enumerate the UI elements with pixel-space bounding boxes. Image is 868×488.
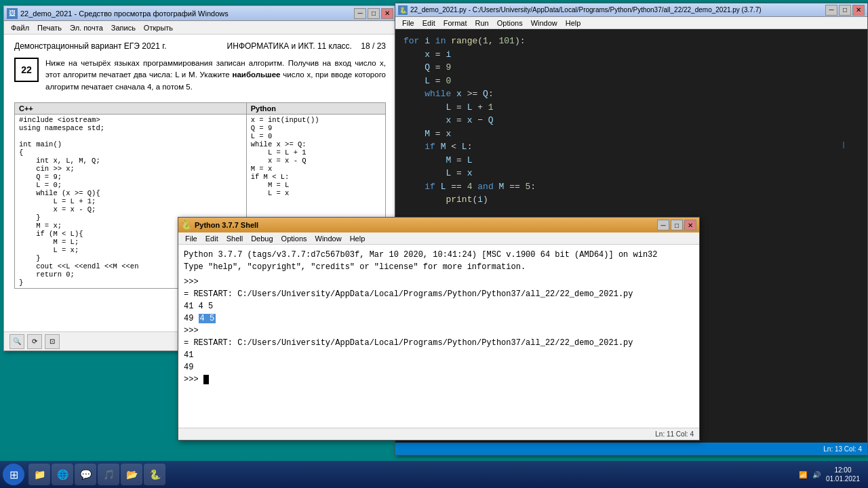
start-button[interactable]: ⊞ [3, 464, 24, 485]
editor-menu-run[interactable]: Run [471, 18, 493, 28]
code-line-1: for i in range(1, 101): [403, 35, 859, 48]
taskbar: ⊞ 📁 🌐 💬 🎵 📂 🐍 📶 🔊 12:00 01.01.2021 [0, 461, 868, 488]
editor-menu-window[interactable]: Window [527, 18, 561, 28]
shell-output-line-2: 49 4 5 [184, 312, 694, 325]
shell-version-line: Python 3.7.7 (tags/v3.7.7:d7c567b03f, Ma… [184, 249, 694, 261]
shell-close-button[interactable]: ✕ [684, 220, 696, 230]
python-editor-icon: 🐍 [398, 5, 408, 15]
taskbar-file-explorer[interactable]: 📁 [28, 464, 50, 485]
table-header-python: Python [246, 102, 385, 114]
exam-info: Демонстрационный вариант ЕГЭ 2021 г. [14, 41, 167, 51]
shell-prompt-1: >>> [184, 276, 694, 288]
menu-record[interactable]: Запись [107, 23, 140, 33]
shell-window-controls: ─ □ ✕ [657, 220, 696, 230]
menu-open[interactable]: Открыть [140, 23, 177, 33]
clock-date: 01.01.2021 [826, 474, 860, 483]
shell-restart-2: = RESTART: C:/Users/University/AppData/L… [184, 337, 694, 349]
code-line-3: Q = 9 [403, 61, 859, 75]
shell-menu-help[interactable]: Help [346, 234, 370, 243]
shell-statusbar: Ln: 11 Col: 4 [178, 428, 699, 440]
code-line-12: if L == 4 and M == 5: [403, 180, 859, 194]
code-line-5: while x >= Q: [403, 87, 859, 101]
minimize-button[interactable]: ─ [354, 8, 366, 19]
menu-print[interactable]: Печать [33, 23, 66, 33]
shell-output-line-3: 41 [184, 349, 694, 361]
question-text: Ниже на четырёх языках программирования … [45, 58, 386, 93]
taskbar-media[interactable]: 🎵 [98, 464, 119, 485]
editor-menu-file[interactable]: File [398, 18, 418, 28]
toolbar-search-button[interactable]: 🔍 [9, 334, 24, 349]
shell-menu-options[interactable]: Options [277, 234, 311, 243]
media-icon: 🎵 [102, 468, 115, 481]
system-tray: 📶 🔊 12:00 01.01.2021 [793, 466, 865, 483]
highlighted-output: 4 5 [199, 314, 216, 323]
editor-menu-edit[interactable]: Edit [418, 18, 439, 28]
code-line-7: x = x − Q [403, 114, 859, 127]
photo-viewer-menu: Файл Печать Эл. почта Запись Открыть [4, 21, 396, 35]
shell-prompt-3[interactable]: >>> [184, 373, 694, 386]
close-button[interactable]: ✕ [381, 8, 393, 19]
code-line-9: if M < L: | [403, 140, 859, 154]
photo-viewer-title: 22_demo_2021 - Средство просмотра фотогр… [20, 9, 354, 18]
taskbar-python[interactable]: 🐍 [144, 464, 165, 485]
shell-menu-shell[interactable]: Shell [222, 234, 247, 243]
photo-viewer-titlebar: 🖼 22_demo_2021 - Средство просмотра фото… [4, 6, 396, 21]
shell-menu-file[interactable]: File [181, 234, 201, 243]
editor-menu-help[interactable]: Help [561, 18, 585, 28]
editor-menu-format[interactable]: Format [439, 18, 471, 28]
taskbar-folder[interactable]: 📂 [121, 464, 142, 485]
python-editor-window-controls: ─ □ ✕ [825, 5, 865, 16]
code-line-8: M = x [403, 127, 859, 141]
editor-close-button[interactable]: ✕ [852, 5, 865, 16]
shell-titlebar: 🐍 Python 3.7.7 Shell ─ □ ✕ [178, 218, 699, 232]
python-editor-statusbar: Ln: 13 Col: 4 [395, 443, 867, 455]
shell-output-area[interactable]: Python 3.7.7 (tags/v3.7.7:d7c567b03f, Ma… [178, 245, 699, 428]
table-header-cpp: C++ [15, 102, 247, 114]
network-icon: 📶 [799, 471, 807, 479]
question-block: 22 Ниже на четырёх языках программирован… [14, 58, 386, 93]
system-clock: 12:00 01.01.2021 [826, 466, 860, 483]
taskbar-discord[interactable]: 💬 [75, 464, 96, 485]
question-number: 22 [14, 58, 39, 82]
code-line-6: L = L + 1 [403, 101, 859, 115]
shell-help-line: Type "help", "copyright", "credits" or "… [184, 261, 694, 273]
python-editor-title: 22_demo_2021.py - C:/Users/University/Ap… [410, 6, 825, 14]
exam-subject: ИНФОРМАТИКА и ИКТ. 11 класс. [227, 41, 352, 51]
menu-email[interactable]: Эл. почта [66, 23, 107, 33]
python-shell-window: 🐍 Python 3.7.7 Shell ─ □ ✕ File Edit She… [178, 217, 700, 441]
browser-icon: 🌐 [56, 468, 69, 481]
shell-menu-debug[interactable]: Debug [247, 234, 277, 243]
python-editor-titlebar: 🐍 22_demo_2021.py - C:/Users/University/… [395, 3, 867, 17]
code-line-4: L = 0 [403, 75, 859, 88]
shell-title: Python 3.7.7 Shell [195, 221, 657, 229]
shell-menu-edit[interactable]: Edit [201, 234, 222, 243]
python-editor-menu: File Edit Format Run Options Window Help [395, 17, 867, 29]
exam-page: 18 / 23 [361, 41, 386, 51]
restore-button[interactable]: □ [368, 8, 380, 19]
shell-output-line-4: 49 [184, 361, 694, 373]
discord-icon: 💬 [79, 468, 92, 481]
python-icon: 🐍 [148, 468, 161, 481]
shell-minimize-button[interactable]: ─ [657, 220, 669, 230]
shell-restart-1: = RESTART: C:/Users/University/AppData/L… [184, 288, 694, 300]
folder-icon: 📂 [125, 468, 138, 481]
editor-restore-button[interactable]: □ [839, 5, 851, 16]
file-explorer-icon: 📁 [33, 468, 46, 481]
shell-prompt-2: >>> [184, 325, 694, 337]
photo-viewer-window-controls: ─ □ ✕ [354, 8, 393, 19]
shell-menu-window[interactable]: Window [311, 234, 346, 243]
clock-time: 12:00 [826, 466, 860, 474]
menu-file[interactable]: Файл [7, 23, 33, 33]
toolbar-rotate-button[interactable]: ⟳ [27, 334, 42, 349]
volume-icon: 🔊 [812, 471, 821, 479]
toolbar-fit-button[interactable]: ⊡ [45, 334, 60, 349]
editor-menu-options[interactable]: Options [493, 18, 527, 28]
shell-restore-button[interactable]: □ [671, 220, 683, 230]
code-line-2: x = i [403, 48, 859, 62]
shell-output-line-1: 41 4 5 [184, 300, 694, 312]
question-bold-text: наибольшее [232, 70, 280, 79]
editor-minimize-button[interactable]: ─ [825, 5, 837, 16]
code-line-10: M = L [403, 154, 859, 167]
taskbar-browser[interactable]: 🌐 [52, 464, 73, 485]
photo-viewer-icon: 🖼 [7, 8, 18, 19]
